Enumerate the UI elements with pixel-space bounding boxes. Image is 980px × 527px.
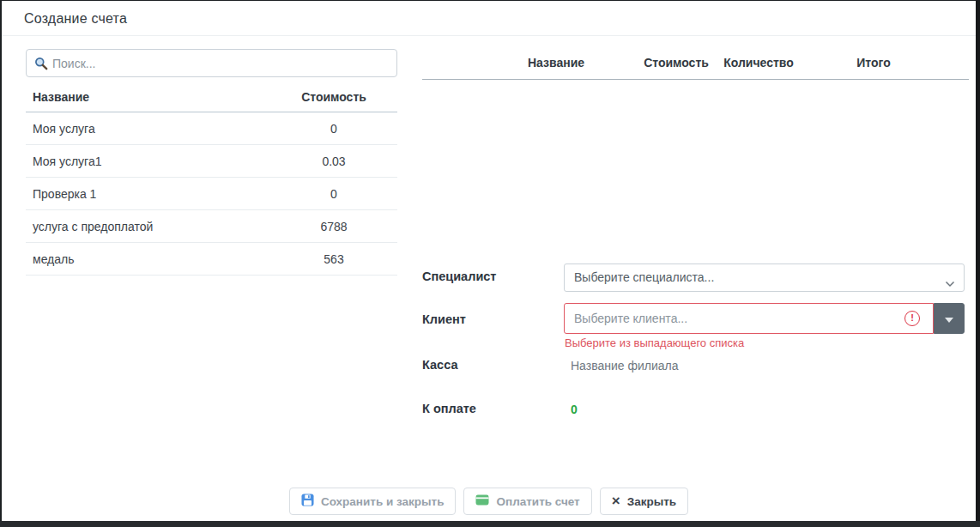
specialist-select[interactable]: Выберите специалиста... xyxy=(564,264,965,292)
pay-invoice-button[interactable]: Оплатить счет xyxy=(463,488,591,515)
column-header-name: Название xyxy=(26,90,282,104)
invoice-table-header: Название Стоимость Количество Итого xyxy=(422,48,969,80)
client-input[interactable] xyxy=(564,303,934,334)
backdrop-bottom-edge xyxy=(0,521,980,527)
services-panel: Название Стоимость Моя услуга 0 Моя услу… xyxy=(26,49,397,276)
caret-down-icon xyxy=(945,318,953,323)
service-search xyxy=(26,49,397,77)
exclamation-circle-icon: ! xyxy=(904,311,920,326)
service-cost: 6788 xyxy=(282,220,385,233)
backdrop-right-edge xyxy=(976,0,980,527)
save-and-close-label: Сохранить и закрыть xyxy=(321,495,445,508)
service-row[interactable]: Моя услуга 0 xyxy=(26,112,397,145)
modal-header: Создание счета xyxy=(2,1,976,36)
service-name: услуга с предоплатой xyxy=(26,220,282,233)
save-icon xyxy=(301,494,314,509)
create-invoice-modal: Создание счета Название Стоимость Моя ус… xyxy=(2,1,976,521)
close-label: Закрыть xyxy=(627,495,676,508)
column-header-cost: Стоимость xyxy=(282,90,385,104)
service-cost: 563 xyxy=(282,252,385,266)
service-cost: 0.03 xyxy=(282,154,385,168)
modal-title: Создание счета xyxy=(24,1,127,36)
client-dropdown-button[interactable] xyxy=(934,303,965,334)
invoice-column-name: Название xyxy=(528,56,584,70)
client-label: Клиент xyxy=(422,312,466,326)
specialist-select-value: Выберите специалиста... xyxy=(574,270,714,284)
total-value: 0 xyxy=(571,403,578,416)
search-icon xyxy=(34,57,48,74)
cashbox-label: Касса xyxy=(422,358,457,372)
cashbox-value: Название филиала xyxy=(571,359,679,373)
client-error-message: Выберите из выпадающего списка xyxy=(565,336,744,349)
service-cost: 0 xyxy=(282,122,385,136)
service-name: Моя услуга xyxy=(26,122,282,136)
screen: { "window": { "title": "Создание счета" … xyxy=(0,0,980,527)
specialist-label: Специалист xyxy=(422,270,496,283)
save-and-close-button[interactable]: Сохранить и закрыть xyxy=(289,488,457,515)
invoice-column-cost: Стоимость xyxy=(644,56,709,70)
service-cost: 0 xyxy=(282,187,385,201)
services-table-body: Моя услуга 0 Моя услуга1 0.03 Проверка 1… xyxy=(26,112,397,276)
service-row[interactable]: Проверка 1 0 xyxy=(26,178,397,210)
services-table-header: Название Стоимость xyxy=(26,82,397,112)
total-label: К оплате xyxy=(422,402,476,415)
search-input[interactable] xyxy=(52,51,391,76)
service-row[interactable]: услуга с предоплатой 6788 xyxy=(26,210,397,243)
service-row[interactable]: Моя услуга1 0.03 xyxy=(26,145,397,178)
pay-invoice-label: Оплатить счет xyxy=(496,495,579,508)
close-button[interactable]: × Закрыть xyxy=(600,488,688,515)
chevron-down-icon xyxy=(945,276,955,291)
close-icon: × xyxy=(612,494,620,508)
invoice-column-qty: Количество xyxy=(723,56,794,70)
footer-actions: Сохранить и закрыть Оплатить счет × Закр… xyxy=(2,487,976,516)
service-row[interactable]: медаль 563 xyxy=(26,243,397,276)
service-name: Проверка 1 xyxy=(26,187,282,201)
wallet-icon xyxy=(475,494,489,508)
service-name: медаль xyxy=(26,252,282,266)
invoice-column-total: Итого xyxy=(856,56,890,70)
service-name: Моя услуга1 xyxy=(26,154,282,168)
